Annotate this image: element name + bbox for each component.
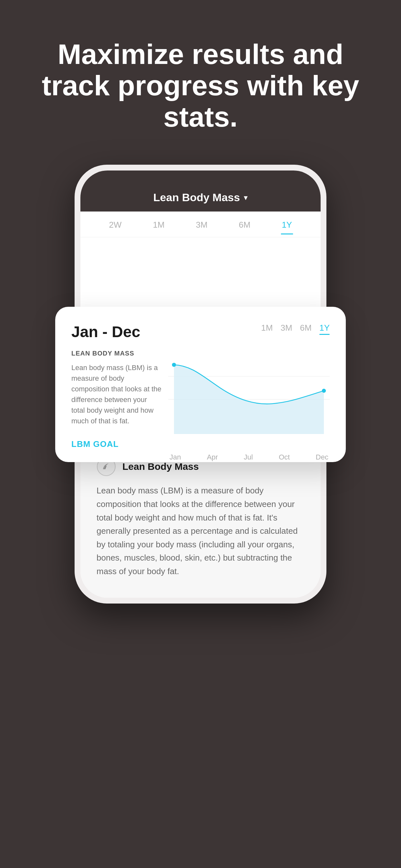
- chart-label-jul: Jul: [244, 453, 253, 461]
- lbm-info-description: Lean body mass (LBM) is a measure of bod…: [96, 484, 305, 578]
- card-time-btn-6m[interactable]: 6M: [300, 323, 312, 333]
- page-headline: Maximize results and track progress with…: [39, 39, 362, 132]
- phone-bottom-section: Lean Body Mass Lean body mass (LBM) is a…: [81, 441, 320, 597]
- time-btn-3m[interactable]: 3M: [191, 218, 213, 232]
- chart-dot-start: [172, 363, 176, 367]
- chart-label-oct: Oct: [279, 453, 289, 461]
- card-left-column: Jan - Dec LEAN BODY MASS Lean body mass …: [71, 323, 162, 449]
- chart-x-labels: Jan Apr Jul Oct Dec: [168, 451, 330, 461]
- phone-mockup: Lean Body Mass ▾ 2W 1M 3M 6M 1Y: [74, 165, 327, 603]
- card-time-btn-3m[interactable]: 3M: [281, 323, 292, 333]
- time-btn-6m[interactable]: 6M: [234, 218, 256, 232]
- chart-label-apr: Apr: [207, 453, 218, 461]
- phone-chart-area: [81, 237, 320, 263]
- card-section-label: LEAN BODY MASS: [71, 350, 162, 357]
- card-right-column: 1M 3M 6M 1Y: [168, 323, 330, 449]
- card-time-btn-1m[interactable]: 1M: [261, 323, 273, 333]
- lbm-info-title: Lean Body Mass: [122, 461, 199, 472]
- phone-notch: [158, 170, 243, 187]
- card-description: Lean body mass (LBM) is a measure of bod…: [71, 362, 162, 426]
- chart-label-dec: Dec: [316, 453, 328, 461]
- time-btn-1m[interactable]: 1M: [148, 218, 169, 232]
- app-header-title: Lean Body Mass: [153, 191, 240, 204]
- floating-stats-card: Jan - Dec LEAN BODY MASS Lean body mass …: [55, 307, 346, 462]
- chevron-down-icon[interactable]: ▾: [244, 193, 248, 202]
- card-time-btn-1y[interactable]: 1Y: [319, 323, 330, 333]
- card-time-filter: 1M 3M 6M 1Y: [168, 323, 330, 333]
- chart-dot-end: [322, 389, 326, 393]
- time-btn-2w[interactable]: 2W: [104, 218, 127, 232]
- time-btn-1y[interactable]: 1Y: [277, 218, 297, 232]
- chart-svg: [168, 338, 330, 449]
- time-filter-bar: 2W 1M 3M 6M 1Y: [81, 212, 320, 237]
- chart-label-jan: Jan: [169, 453, 181, 461]
- card-lbm-goal[interactable]: LBM GOAL: [71, 439, 162, 449]
- card-date-range: Jan - Dec: [71, 323, 162, 341]
- lbm-chart: Jan Apr Jul Oct Dec: [168, 338, 330, 449]
